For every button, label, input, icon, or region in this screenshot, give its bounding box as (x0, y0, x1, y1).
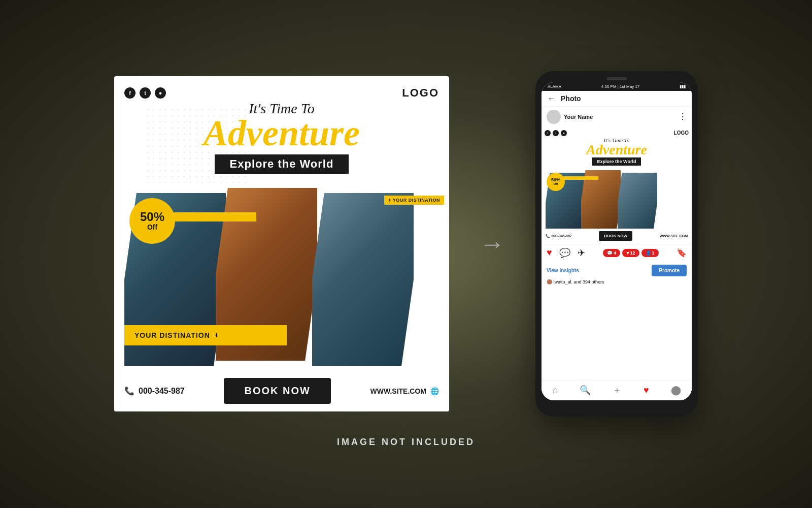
photo-strip-3-inner (312, 193, 414, 366)
instagram-icon: ● (155, 87, 166, 99)
phone-mockup: ALAMA 4:50 PM | 1st May 17 ▮▮▮ ← Photo Y… (535, 71, 698, 417)
mini-ad-top: f t ● LOGO (545, 130, 689, 136)
mini-discount-pct: 50% (551, 178, 560, 182)
user-name: Your Name (564, 114, 593, 120)
explore-badge: Explore the World (215, 154, 349, 174)
avatar (547, 110, 561, 124)
phone-speaker (606, 77, 627, 80)
adventure-text: Adventure (114, 117, 449, 150)
mini-headline: It's Time To Adventure Explore the World (542, 137, 692, 166)
user-info: Your Name (547, 110, 593, 124)
mini-adventure: Adventure (542, 143, 692, 156)
mini-instagram-icon: ● (561, 130, 567, 136)
plus-icon: + (214, 331, 219, 340)
mini-logo: LOGO (674, 130, 689, 136)
discount-pct: 50% (140, 211, 164, 223)
phone-action-icons: ♥ 💬 ✈ (547, 247, 585, 259)
home-nav-icon[interactable]: ⌂ (552, 385, 558, 396)
comment-count: 4 (614, 250, 616, 256)
mini-phone-number: 000-345-987 (552, 234, 572, 238)
bottom-text: IMAGE NOT INCLUDED (337, 437, 475, 448)
mini-bottom-bar: 📞 000-345-987 BOOK NOW WWW.SITE.COM (542, 229, 692, 244)
website-info: WWW.SITE.COM 🌐 (370, 387, 439, 395)
right-arrow-icon: → (480, 229, 505, 259)
phone-number: 000-345-987 (139, 387, 185, 396)
social-icons-group: f t ● (124, 87, 166, 99)
heart-count: 12 (630, 250, 635, 256)
discount-off: Off (147, 223, 157, 231)
bottom-bar: 📞 000-345-987 BOOK NOW WWW.SITE.COM 🌐 (114, 371, 449, 411)
ad-card-top-bar: f t ● LOGO (124, 86, 439, 100)
comment-action-icon[interactable]: 💬 (559, 247, 570, 259)
phone-notch-area (542, 77, 692, 80)
mini-discount-circle: 50% Off (547, 173, 565, 191)
facebook-icon: f (124, 87, 136, 99)
website-url: WWW.SITE.COM (370, 387, 426, 395)
notification-badges: 💬 4 ♥ 12 👤 1 (603, 249, 658, 257)
mini-discount-off: Off (554, 182, 558, 185)
globe-icon: 🌐 (430, 387, 439, 395)
phone-likes-text: 🟤 lwaito_al. and 394 others (542, 279, 692, 287)
likes-text: lwaito_al. and 394 others (554, 279, 604, 284)
book-now-button[interactable]: BOOK NOW (224, 378, 330, 404)
user-badge: 👤 1 (641, 249, 659, 257)
user-count: 1 (652, 250, 655, 256)
your-destination-label: YOUR DISTINATION (134, 331, 210, 339)
nav-title: Photo (561, 94, 581, 103)
heart-nav-icon[interactable]: ♥ (644, 385, 649, 396)
ad-card: f t ● LOGO It's Time To Adventure Explor… (114, 76, 449, 411)
arrow-container: → (480, 229, 505, 259)
comment-badge: 💬 4 (603, 249, 620, 257)
status-right: ▮▮▮ (680, 84, 686, 89)
phone-nav-bar: ← Photo (542, 91, 692, 107)
mini-twitter-icon: t (553, 130, 559, 136)
phone-status-bar: ALAMA 4:50 PM | 1st May 17 ▮▮▮ (542, 82, 692, 91)
mini-phone-icon: 📞 (546, 234, 550, 238)
your-destination-corner: + YOUR DISTINATION (384, 196, 444, 205)
phone-actions-bar: ♥ 💬 ✈ 💬 4 ♥ 12 👤 1 (542, 244, 692, 262)
ad-headline: It's Time To Adventure Explore the World (114, 102, 449, 174)
likes-avatar-icon: 🟤 (547, 279, 552, 284)
heart-badge: ♥ 12 (622, 249, 639, 257)
mini-explore: Explore the World (592, 157, 641, 166)
mini-phone-info: 📞 000-345-987 (546, 234, 572, 238)
phone-info: 📞 000-345-987 (124, 386, 185, 396)
mini-facebook-icon: f (545, 130, 551, 136)
mini-social-icons: f t ● (545, 130, 567, 136)
phone-post-header: Your Name ⋮ (542, 107, 692, 127)
phone-screen: ALAMA 4:50 PM | 1st May 17 ▮▮▮ ← Photo Y… (542, 82, 692, 400)
add-nav-icon[interactable]: ＋ (613, 384, 622, 396)
phone-icon: 📞 (124, 386, 134, 396)
heart-badge-icon: ♥ (626, 250, 629, 256)
yellow-bar-bottom: YOUR DISTINATION + (124, 325, 287, 345)
mini-photo-3 (614, 173, 662, 229)
heart-action-icon[interactable]: ♥ (547, 247, 552, 259)
user-badge-icon: 👤 (646, 250, 651, 256)
bookmark-icon[interactable]: 🔖 (676, 248, 687, 258)
logo: LOGO (402, 86, 439, 100)
search-nav-icon[interactable]: 🔍 (580, 385, 591, 396)
comment-badge-icon: 💬 (607, 250, 613, 256)
phone-insights-bar: View Insights Promote (542, 262, 692, 279)
status-left: ALAMA (548, 84, 561, 89)
twitter-icon: t (140, 87, 151, 99)
three-dots-icon[interactable]: ⋮ (679, 112, 687, 121)
discount-circle: 50% Off (129, 198, 175, 244)
photo-placeholder-3 (312, 193, 414, 366)
share-action-icon[interactable]: ✈ (578, 247, 585, 259)
profile-nav-icon[interactable]: ⬤ (671, 385, 681, 396)
mini-photo-3-inner (618, 173, 657, 229)
mini-book-now-button[interactable]: BOOK NOW (599, 231, 632, 241)
mini-website: WWW.SITE.COM (660, 234, 688, 238)
mini-ad-card: f t ● LOGO It's Time To Adventure Explor… (542, 127, 692, 244)
status-center: 4:50 PM | 1st May 17 (601, 84, 639, 89)
phone-bottom-nav: ⌂ 🔍 ＋ ♥ ⬤ (542, 380, 692, 400)
main-container: f t ● LOGO It's Time To Adventure Explor… (0, 61, 812, 427)
back-arrow-icon[interactable]: ← (548, 94, 556, 103)
promote-button[interactable]: Promote (652, 265, 687, 276)
view-insights-link[interactable]: View Insights (547, 268, 579, 273)
